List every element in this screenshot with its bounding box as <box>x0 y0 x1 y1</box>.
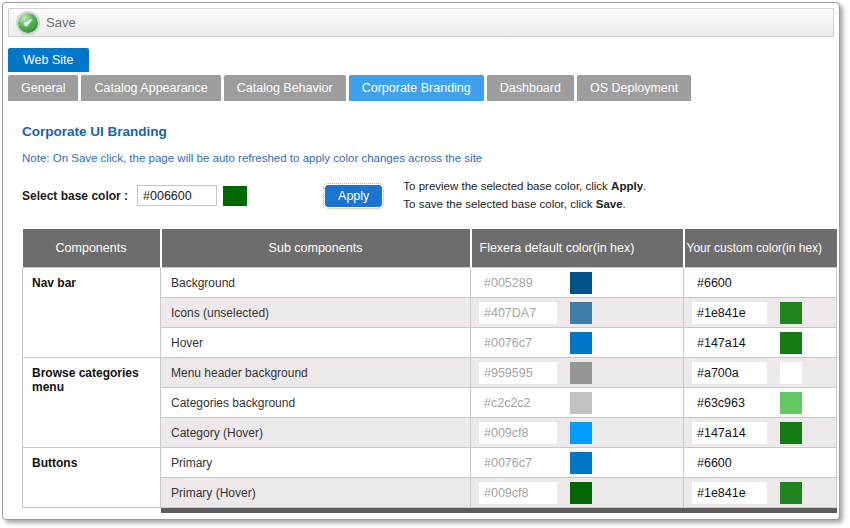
tab-os-deployment[interactable]: OS Deployment <box>577 75 691 101</box>
color-swatch <box>570 302 592 324</box>
sub-component-label: Background <box>161 268 471 298</box>
color-swatch <box>570 452 592 474</box>
color-swatch <box>780 332 802 354</box>
default-color-cell <box>471 478 684 508</box>
color-swatch <box>780 422 802 444</box>
custom-color-cell <box>684 388 837 418</box>
default-color-cell <box>471 328 684 358</box>
apply-button[interactable]: Apply <box>325 185 382 207</box>
default-hex-input <box>479 482 557 504</box>
cutoff-blank-cell <box>23 508 161 513</box>
color-swatch <box>570 392 592 414</box>
content-area: Corporate UI Branding Note: On Save clic… <box>3 124 839 513</box>
custom-hex-input[interactable] <box>692 272 767 294</box>
custom-hex-input[interactable] <box>692 362 767 384</box>
default-hex-input <box>479 452 557 474</box>
color-swatch <box>780 362 802 384</box>
custom-color-cell <box>684 418 837 448</box>
table-row: Nav barBackground <box>23 268 837 298</box>
default-color-cell <box>471 418 684 448</box>
sub-component-label: Categories background <box>161 388 471 418</box>
custom-hex-input[interactable] <box>692 422 767 444</box>
base-color-input[interactable] <box>137 185 217 206</box>
header-sub-components: Sub components <box>161 229 471 268</box>
default-hex-input <box>479 362 557 384</box>
instruction-line-1: To preview the selected base color, clic… <box>403 178 646 196</box>
branding-table: Components Sub components Flexera defaul… <box>22 229 837 513</box>
color-swatch <box>570 422 592 444</box>
cutoff-dark-cell <box>161 508 837 513</box>
custom-hex-input[interactable] <box>692 332 767 354</box>
page-title: Corporate UI Branding <box>22 124 827 139</box>
toolbar: ✔ Save <box>8 8 834 37</box>
table-header-row: Components Sub components Flexera defaul… <box>23 229 837 268</box>
sub-component-label: Category (Hover) <box>161 418 471 448</box>
sub-component-label: Primary (Hover) <box>161 478 471 508</box>
color-swatch <box>570 332 592 354</box>
sub-component-label: Hover <box>161 328 471 358</box>
default-color-cell <box>471 448 684 478</box>
sub-component-label: Icons (unselected) <box>161 298 471 328</box>
tab-dashboard[interactable]: Dashboard <box>487 75 574 101</box>
header-components: Components <box>23 229 161 268</box>
color-swatch <box>570 272 592 294</box>
default-hex-input <box>479 302 557 324</box>
tab-bar: GeneralCatalog AppearanceCatalog Behavio… <box>8 75 839 101</box>
color-swatch <box>780 452 802 474</box>
base-color-swatch <box>223 186 247 206</box>
base-color-label: Select base color : <box>22 189 128 203</box>
instructions-text: To preview the selected base color, clic… <box>403 178 646 214</box>
save-button-label: Save <box>46 15 76 30</box>
tab-corporate-branding[interactable]: Corporate Branding <box>349 75 484 101</box>
custom-color-cell <box>684 448 837 478</box>
table-row: Browse categories menuMenu header backgr… <box>23 358 837 388</box>
color-swatch <box>780 302 802 324</box>
default-hex-input <box>479 392 557 414</box>
color-swatch <box>780 272 802 294</box>
header-custom-color: Your custom color(in hex) <box>684 229 837 268</box>
default-color-cell <box>471 268 684 298</box>
save-check-icon: ✔ <box>18 13 38 33</box>
default-hex-input <box>479 272 557 294</box>
tab-catalog-behavior[interactable]: Catalog Behavior <box>224 75 346 101</box>
custom-hex-input[interactable] <box>692 452 767 474</box>
component-group-label: Browse categories menu <box>23 358 161 448</box>
default-hex-input <box>479 422 557 444</box>
custom-hex-input[interactable] <box>692 392 767 414</box>
tab-web-site[interactable]: Web Site <box>8 48 89 72</box>
custom-color-cell <box>684 268 837 298</box>
tab-general[interactable]: General <box>8 75 78 101</box>
color-swatch <box>780 482 802 504</box>
default-color-cell <box>471 388 684 418</box>
default-color-cell <box>471 298 684 328</box>
branding-table-body: Nav barBackgroundIcons (unselected)Hover… <box>23 268 837 513</box>
custom-color-cell <box>684 358 837 388</box>
component-group-label: Buttons <box>23 448 161 508</box>
instruction-line-2: To save the selected base color, click S… <box>403 196 646 214</box>
sub-component-label: Primary <box>161 448 471 478</box>
custom-hex-input[interactable] <box>692 482 767 504</box>
note-text: Note: On Save click, the page will be au… <box>22 152 827 164</box>
header-default-color: Flexera default color(in hex) <box>471 229 684 268</box>
custom-color-cell <box>684 298 837 328</box>
color-swatch <box>570 482 592 504</box>
color-swatch <box>570 362 592 384</box>
cutoff-row <box>23 508 837 513</box>
tab-catalog-appearance[interactable]: Catalog Appearance <box>81 75 220 101</box>
default-color-cell <box>471 358 684 388</box>
default-hex-input <box>479 332 557 354</box>
save-button[interactable]: ✔ Save <box>18 13 76 33</box>
app-window: ✔ Save Web Site GeneralCatalog Appearanc… <box>2 2 840 520</box>
base-color-controls: Select base color : Apply To preview the… <box>22 178 827 214</box>
component-group-label: Nav bar <box>23 268 161 358</box>
custom-hex-input[interactable] <box>692 302 767 324</box>
custom-color-cell <box>684 328 837 358</box>
custom-color-cell <box>684 478 837 508</box>
table-row: ButtonsPrimary <box>23 448 837 478</box>
sub-component-label: Menu header background <box>161 358 471 388</box>
color-swatch <box>780 392 802 414</box>
